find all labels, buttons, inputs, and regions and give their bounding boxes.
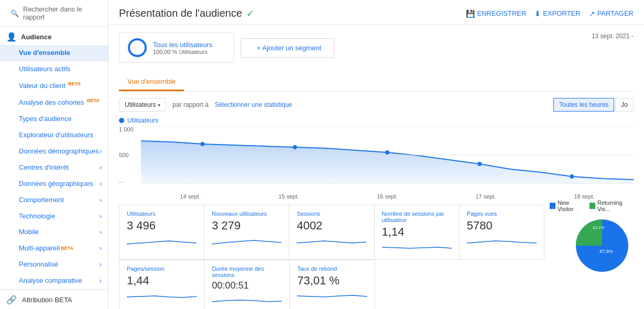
sidebar-item-technologie[interactable]: Technologie ›	[0, 208, 108, 225]
stat-label: Pages vues	[467, 211, 537, 217]
chevron-right-icon: ›	[100, 147, 102, 156]
tab-vue-ensemble[interactable]: Vue d'ensemble	[119, 73, 184, 91]
main-chart: 1 000 500 ...	[119, 126, 634, 200]
chevron-right-icon: ›	[100, 260, 102, 269]
sidebar-item-label: Types d'audience	[19, 115, 72, 123]
chart-y-labels: 1 000 500 ...	[119, 126, 140, 184]
sparkline	[212, 235, 281, 247]
chevron-right-icon: ›	[100, 180, 102, 189]
partager-button[interactable]: ↗ PARTAGER	[589, 9, 634, 18]
sidebar-item-label: Utilisateurs actifs	[19, 65, 70, 73]
pie-returning-color	[590, 203, 595, 209]
sidebar-item-multi-appareil[interactable]: Multi-appareil BETA ›	[0, 240, 108, 257]
sidebar-item-label: Vue d'ensemble	[19, 49, 70, 57]
sidebar-section-audience[interactable]: 👤 Audience	[0, 27, 108, 45]
segment-pct: 100,00 % Utilisateurs	[153, 49, 212, 55]
sidebar-section-audience-label: Audience	[21, 33, 52, 41]
sparkline	[297, 235, 366, 247]
sidebar-item-donnees-geographiques[interactable]: Données géographiques ›	[0, 176, 108, 192]
sidebar-search[interactable]: 🔍 Rechercher dans le rapport	[0, 0, 108, 27]
stat-label: Sessions	[297, 211, 366, 217]
stat-pages-session: Pages/session 1,44	[119, 260, 205, 309]
pie-returning-slice	[576, 219, 602, 246]
beta-badge: BETA	[68, 81, 81, 86]
pie-new-pct-label: 87,9%	[599, 249, 613, 254]
sidebar-item-vue-ensemble[interactable]: Vue d'ensemble	[0, 45, 108, 61]
chevron-right-icon: ›	[100, 196, 102, 205]
chevron-right-icon: ›	[100, 244, 102, 253]
stat-taux-rebond: Taux de rebond 73,01 %	[290, 260, 375, 309]
time-btn-toutes-heures[interactable]: Toutes les heures	[553, 98, 614, 112]
sidebar-item-valeur-client[interactable]: Valeur du client BETA	[0, 78, 108, 94]
stat-value: 4002	[297, 219, 366, 233]
time-btn-jo[interactable]: Jo	[615, 98, 634, 112]
segment-bar: Tous les utilisateurs 100,00 % Utilisate…	[119, 32, 334, 63]
sidebar-item-comportement[interactable]: Comportement ›	[0, 192, 108, 208]
enregistrer-button[interactable]: 💾 ENREGISTRER	[466, 9, 526, 18]
exporter-label: EXPORTER	[543, 9, 580, 17]
sidebar-item-label: Multi-appareil	[19, 244, 60, 253]
y-label-1000: 1 000	[119, 126, 140, 133]
stat-label: Utilisateurs	[127, 211, 197, 217]
time-buttons: Toutes les heures Jo	[553, 98, 634, 112]
stat-empty-2	[460, 260, 544, 309]
sidebar-item-attribution[interactable]: 🔗 Attribution BETA	[0, 289, 108, 309]
add-segment-button[interactable]: + Ajouter un segment	[241, 38, 334, 58]
stat-value: 73,01 %	[297, 274, 367, 288]
sidebar-item-utilisateurs-actifs[interactable]: Utilisateurs actifs	[0, 61, 108, 78]
beta-badge: BETA	[61, 246, 73, 252]
stat-label: Nouveaux utilisateurs	[212, 211, 281, 217]
beta-badge: BETA	[55, 296, 72, 304]
save-icon: 💾	[466, 9, 475, 18]
x-label-17: 17 sept.	[475, 193, 496, 200]
y-label-500: 500	[119, 152, 140, 158]
stat-pages-vues: Pages vues 5780	[460, 205, 544, 260]
sidebar-item-personnalise[interactable]: Personnalisé ›	[0, 257, 108, 273]
chart-controls: Utilisateurs ▾ par rapport à Sélectionne…	[119, 98, 634, 112]
chevron-right-icon: ›	[100, 277, 102, 285]
chart-dot	[293, 145, 297, 149]
legend-label: Utilisateurs	[127, 117, 158, 124]
sparkline	[127, 290, 197, 302]
select-stat-link[interactable]: Sélectionner une statistique	[215, 101, 292, 108]
stat-label: Nombre de sessions par utilisateur	[382, 211, 452, 223]
export-icon: ⬇	[534, 9, 541, 18]
sidebar-item-explorateur-utilisateurs[interactable]: Explorateur d'utilisateurs	[0, 127, 108, 144]
chart-dot	[570, 174, 574, 179]
partager-label: PARTAGER	[597, 9, 634, 17]
chevron-right-icon: ›	[100, 163, 102, 172]
sidebar-item-analyse-cohortes[interactable]: Analyse des cohortes BETA	[0, 94, 108, 111]
sparkline	[297, 290, 367, 302]
page-title: Présentation de l'audience ✓	[119, 7, 254, 19]
stat-value: 3 496	[127, 219, 197, 233]
sidebar-item-donnees-demographiques[interactable]: Données démographiques ›	[0, 144, 108, 160]
pie-new-label: New Visitor	[558, 200, 584, 212]
sidebar-item-mobile[interactable]: Mobile ›	[0, 224, 108, 240]
search-icon: 🔍	[10, 9, 19, 17]
sidebar-item-label: Explorateur d'utilisateurs	[19, 131, 93, 139]
sidebar-item-label: Données géographiques	[19, 180, 93, 189]
chevron-right-icon: ›	[100, 212, 102, 221]
content-area: Tous les utilisateurs 100,00 % Utilisate…	[108, 25, 644, 309]
pie-new-color	[550, 203, 555, 209]
share-icon: ↗	[589, 9, 595, 18]
header-actions: 💾 ENREGISTRER ⬇ EXPORTER ↗ PARTAGER	[466, 9, 634, 18]
sidebar-item-analyse-comparative[interactable]: Analyse comparative ›	[0, 273, 108, 289]
sidebar-item-centres-interet[interactable]: Centres d'intérêt ›	[0, 160, 108, 176]
page-title-text: Présentation de l'audience	[119, 7, 242, 19]
chart-area-fill	[141, 141, 634, 184]
time-btn-label: Jo	[621, 101, 628, 108]
exporter-button[interactable]: ⬇ EXPORTER	[534, 9, 580, 18]
stat-label: Taux de rebond	[297, 266, 367, 272]
sidebar-item-label: Valeur du client	[19, 82, 66, 90]
chart-dot	[477, 162, 482, 166]
stat-label: Pages/session	[127, 266, 197, 272]
date-range: 13 sept. 2021 -	[592, 32, 634, 40]
pie-chart: 87,9% 12,1%	[571, 214, 634, 277]
metric-dropdown[interactable]: Utilisateurs ▾	[119, 98, 166, 112]
sidebar-item-label: Analyse comparative	[19, 277, 82, 285]
enregistrer-label: ENREGISTRER	[477, 9, 526, 17]
stat-value: 3 279	[212, 219, 281, 233]
stat-nouveaux-utilisateurs: Nouveaux utilisateurs 3 279	[204, 205, 289, 260]
sidebar-item-types-audience[interactable]: Types d'audience	[0, 111, 108, 127]
